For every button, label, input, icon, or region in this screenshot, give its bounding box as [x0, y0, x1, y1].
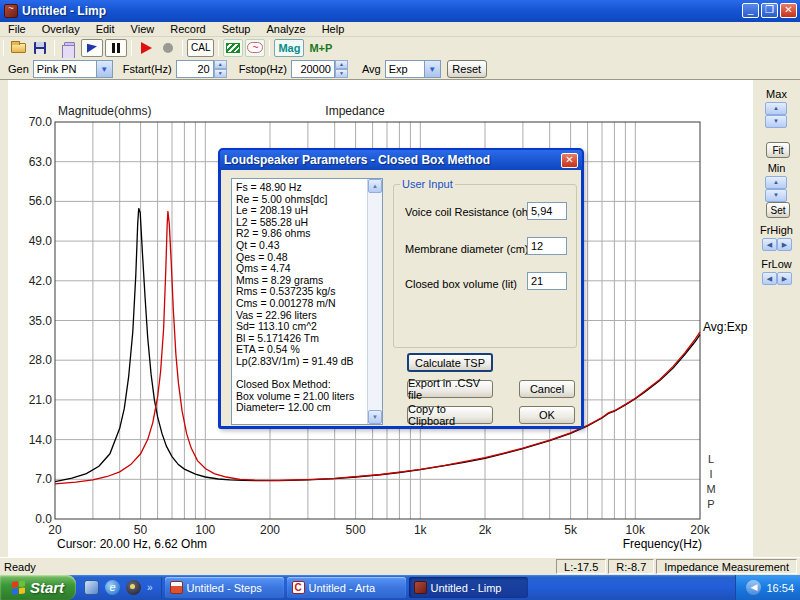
- spin-up-icon[interactable]: ▲: [335, 60, 348, 69]
- internet-explorer-icon[interactable]: e: [105, 580, 120, 595]
- spin-down-icon[interactable]: ▼: [765, 189, 787, 202]
- spin-right-icon[interactable]: ▶: [777, 272, 792, 285]
- ok-button[interactable]: OK: [519, 406, 575, 424]
- quick-launch-bar: e »: [76, 577, 162, 599]
- spin-down-icon[interactable]: ▼: [765, 115, 787, 128]
- status-right-level: R:-8.7: [608, 559, 654, 574]
- frlow-spinner[interactable]: ◀▶: [762, 272, 792, 285]
- x-tick-label: 50: [126, 523, 156, 537]
- membrane-diameter-input[interactable]: 12: [527, 237, 567, 255]
- spin-right-icon[interactable]: ▶: [777, 238, 792, 251]
- spin-left-icon[interactable]: ◀: [762, 272, 777, 285]
- spectrum-view-button[interactable]: [223, 39, 243, 57]
- open-folder-icon: [11, 43, 26, 53]
- dialog-title-bar[interactable]: Loudspeaker Parameters - Closed Box Meth…: [220, 150, 582, 170]
- menu-setup[interactable]: Setup: [222, 23, 251, 35]
- chevron-down-icon[interactable]: ▼: [97, 60, 113, 78]
- system-tray: ◀ 16:54: [735, 575, 800, 600]
- signal-view-button[interactable]: ~: [245, 39, 265, 57]
- scroll-up-icon[interactable]: ▲: [368, 179, 382, 193]
- dialog-close-button[interactable]: ✕: [561, 153, 578, 168]
- frhigh-spinner[interactable]: ◀▶: [762, 238, 792, 251]
- steps-app-icon: [170, 581, 183, 594]
- min-spinner[interactable]: ▲▼: [765, 176, 787, 202]
- generator-type-select[interactable]: Pink PN ▼: [33, 60, 113, 78]
- scroll-down-icon[interactable]: ▼: [368, 410, 382, 424]
- voice-coil-resistance-label: Voice coil Resistance (ohms): [405, 206, 546, 218]
- status-left-level: L:-17.5: [556, 559, 606, 574]
- restore-button[interactable]: ❐: [761, 3, 778, 18]
- cancel-button[interactable]: Cancel: [519, 380, 575, 398]
- chart-title: Impedance: [8, 104, 702, 118]
- calibrate-button[interactable]: CAL: [187, 39, 214, 57]
- start-button[interactable]: Start: [0, 575, 76, 600]
- generator-type-value: Pink PN: [33, 60, 97, 78]
- taskbar-button-steps[interactable]: Untitled - Steps: [165, 577, 284, 598]
- spin-down-icon[interactable]: ▼: [335, 69, 348, 78]
- menu-record[interactable]: Record: [170, 23, 205, 35]
- menu-view[interactable]: View: [131, 23, 155, 35]
- minimize-button[interactable]: _: [742, 3, 759, 18]
- save-file-button[interactable]: [30, 39, 50, 57]
- record-button[interactable]: [158, 39, 178, 57]
- spin-up-icon[interactable]: ▲: [214, 60, 227, 69]
- voice-coil-resistance-input[interactable]: 5,94: [527, 202, 567, 220]
- x-tick-label: 5k: [556, 523, 586, 537]
- window-title: Untitled - Limp: [22, 4, 106, 18]
- fstop-spinner[interactable]: ▲▼: [335, 60, 348, 78]
- globe-icon[interactable]: [126, 580, 141, 595]
- export-csv-button[interactable]: Export in .CSV file: [407, 380, 493, 398]
- magnitude-phase-view-button[interactable]: M+P: [306, 39, 335, 57]
- closed-box-volume-label: Closed box volume (lit): [405, 278, 517, 290]
- menu-help[interactable]: Help: [322, 23, 345, 35]
- menu-edit[interactable]: Edit: [96, 23, 115, 35]
- param-list-scrollbar[interactable]: ▲ ▼: [367, 179, 382, 424]
- generator-toggle-button[interactable]: [81, 39, 103, 57]
- arta-app-icon: C: [292, 581, 305, 594]
- avg-select[interactable]: Exp ▼: [385, 60, 441, 78]
- x-tick-label: 500: [341, 523, 371, 537]
- fstart-spinner[interactable]: ▲▼: [214, 60, 227, 78]
- pause-button[interactable]: [105, 39, 127, 57]
- close-button[interactable]: ✕: [780, 3, 797, 18]
- menu-bar: File Overlay Edit View Record Setup Anal…: [0, 22, 800, 37]
- fstart-input[interactable]: 20: [176, 60, 214, 78]
- set-button[interactable]: Set: [766, 202, 790, 218]
- start-recording-button[interactable]: [136, 39, 156, 57]
- tsp-param-list[interactable]: Fs = 48.90 Hz Re = 5.00 ohms[dc] Le = 20…: [231, 178, 383, 425]
- sine-wave-icon: ~: [247, 42, 263, 53]
- y-tick-label: 14.0: [26, 433, 52, 447]
- spin-left-icon[interactable]: ◀: [762, 238, 777, 251]
- tray-clock: 16:54: [766, 582, 794, 594]
- copy-to-clipboard-button[interactable]: Copy to Clipboard: [407, 406, 493, 424]
- open-file-button[interactable]: [8, 39, 28, 57]
- menu-file[interactable]: File: [8, 23, 26, 35]
- windows-taskbar: Start e » Untitled - Steps C Untitled - …: [0, 575, 800, 600]
- avg-label: Avg: [362, 63, 381, 75]
- taskbar-button-limp[interactable]: Untitled - Limp: [409, 577, 528, 598]
- chevron-down-icon[interactable]: ▼: [425, 60, 441, 78]
- closed-box-volume-input[interactable]: 21: [527, 272, 567, 290]
- max-spinner[interactable]: ▲▼: [765, 102, 787, 128]
- menu-overlay[interactable]: Overlay: [42, 23, 80, 35]
- taskbar-button-arta[interactable]: C Untitled - Arta: [287, 577, 406, 598]
- fstop-input[interactable]: 20000: [291, 60, 335, 78]
- copy-button[interactable]: [59, 39, 79, 57]
- spin-down-icon[interactable]: ▼: [214, 69, 227, 78]
- record-circle-icon: [163, 43, 173, 53]
- title-bar[interactable]: Untitled - Limp _ ❐ ✕: [0, 0, 800, 22]
- taskbar-button-label: Untitled - Limp: [431, 582, 502, 594]
- calculate-tsp-button[interactable]: Calculate TSP: [407, 353, 493, 372]
- reset-button[interactable]: Reset: [447, 60, 487, 78]
- y-tick-label: 21.0: [26, 393, 52, 407]
- membrane-diameter-label: Membrane diameter (cm): [405, 243, 528, 255]
- windows-flag-icon: [12, 580, 26, 595]
- fit-button[interactable]: Fit: [766, 142, 790, 158]
- chevron-more-icon[interactable]: »: [147, 582, 153, 593]
- magnitude-view-button[interactable]: Mag: [274, 39, 304, 57]
- spin-up-icon[interactable]: ▲: [765, 176, 787, 189]
- menu-analyze[interactable]: Analyze: [266, 23, 305, 35]
- show-desktop-icon[interactable]: [84, 580, 99, 595]
- tray-chevron-icon[interactable]: ◀: [746, 580, 761, 595]
- spin-up-icon[interactable]: ▲: [765, 102, 787, 115]
